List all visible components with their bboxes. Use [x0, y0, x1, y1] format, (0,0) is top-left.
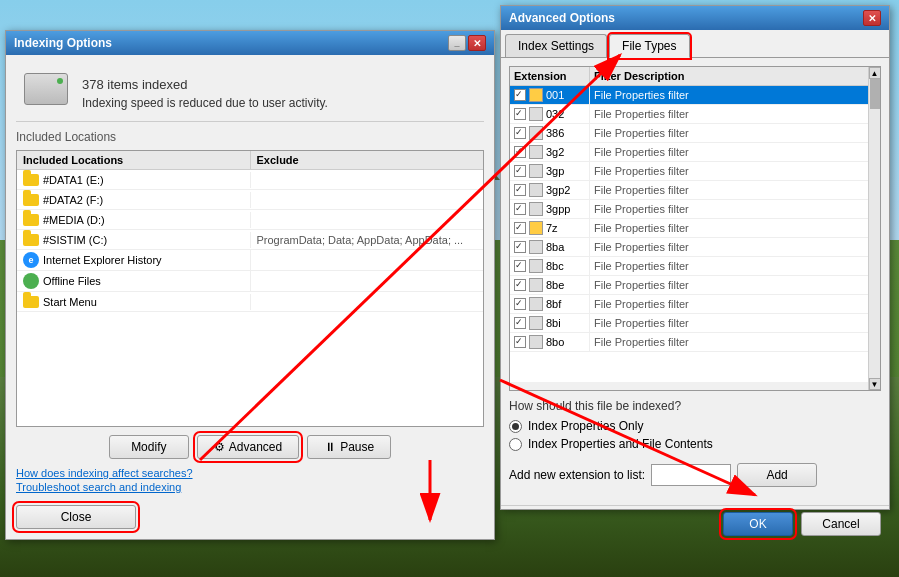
checkbox[interactable]	[514, 127, 526, 139]
file-ext-cell: 8bc	[510, 257, 590, 275]
table-row[interactable]: 001 File Properties filter	[510, 86, 868, 105]
location-name: #SISTIM (C:)	[17, 232, 251, 248]
table-row[interactable]: 8ba File Properties filter	[510, 238, 868, 257]
location-name: #DATA2 (F:)	[17, 192, 251, 208]
indexing-speed-note: Indexing speed is reduced due to user ac…	[82, 96, 328, 110]
extension-input[interactable]	[651, 464, 731, 486]
list-item[interactable]: e Internet Explorer History	[17, 250, 483, 271]
checkbox[interactable]	[514, 298, 526, 310]
location-exclude	[251, 300, 484, 304]
filter-cell: File Properties filter	[590, 182, 868, 198]
drive-icon	[23, 174, 39, 186]
location-name: #DATA1 (E:)	[17, 172, 251, 188]
table-row[interactable]: 3gp2 File Properties filter	[510, 181, 868, 200]
filter-cell: File Properties filter	[590, 315, 868, 331]
close-button[interactable]: Close	[16, 505, 136, 529]
radio-button-properties-only[interactable]	[509, 420, 522, 433]
location-exclude	[251, 198, 484, 202]
hdd-light	[57, 78, 63, 84]
radio-option-contents[interactable]: Index Properties and File Contents	[509, 437, 881, 451]
table-row[interactable]: 8bc File Properties filter	[510, 257, 868, 276]
scrollbar[interactable]: ▲ ▼	[868, 67, 880, 390]
file-icon	[529, 240, 543, 254]
file-icon	[529, 278, 543, 292]
list-item[interactable]: Start Menu	[17, 292, 483, 312]
file-icon	[529, 316, 543, 330]
advanced-close-button[interactable]: ✕	[863, 10, 881, 26]
troubleshoot-link[interactable]: Troubleshoot search and indexing	[16, 481, 484, 493]
modify-button[interactable]: Modify	[109, 435, 189, 459]
filter-cell: File Properties filter	[590, 201, 868, 217]
checkbox[interactable]	[514, 260, 526, 272]
checkbox[interactable]	[514, 336, 526, 348]
index-question-section: How should this file be indexed? Index P…	[509, 399, 881, 455]
table-row[interactable]: 3gp File Properties filter	[510, 162, 868, 181]
locations-section-label: Included Locations	[16, 130, 484, 144]
checkbox[interactable]	[514, 203, 526, 215]
tab-index-settings[interactable]: Index Settings	[505, 34, 607, 57]
file-ext-cell: 8ba	[510, 238, 590, 256]
table-row[interactable]: 8bo File Properties filter	[510, 333, 868, 352]
radio-button-contents[interactable]	[509, 438, 522, 451]
checkbox[interactable]	[514, 222, 526, 234]
checkbox[interactable]	[514, 279, 526, 291]
list-item[interactable]: #MEDIA (D:)	[17, 210, 483, 230]
close-button-area: Close	[16, 495, 484, 529]
location-name: #MEDIA (D:)	[17, 212, 251, 228]
table-row[interactable]: 3gpp File Properties filter	[510, 200, 868, 219]
file-ext-cell: 3g2	[510, 143, 590, 161]
table-row[interactable]: 3g2 File Properties filter	[510, 143, 868, 162]
scroll-thumb[interactable]	[870, 79, 880, 109]
list-item[interactable]: #DATA1 (E:)	[17, 170, 483, 190]
locations-box[interactable]: Included Locations Exclude #DATA1 (E:) #…	[16, 150, 484, 427]
scroll-up-button[interactable]: ▲	[869, 67, 881, 79]
file-icon	[529, 183, 543, 197]
checkbox[interactable]	[514, 165, 526, 177]
file-ext-cell: 7z	[510, 219, 590, 237]
file-ext-cell: 8bi	[510, 314, 590, 332]
ok-button[interactable]: OK	[723, 512, 793, 536]
tab-file-types[interactable]: File Types	[609, 34, 689, 58]
how-indexing-link[interactable]: How does indexing affect searches?	[16, 467, 484, 479]
minimize-button[interactable]: _	[448, 35, 466, 51]
advanced-button[interactable]: ⚙ Advanced	[197, 435, 299, 459]
checkbox[interactable]	[514, 184, 526, 196]
scroll-track[interactable]	[869, 79, 881, 378]
table-row[interactable]: 8bi File Properties filter	[510, 314, 868, 333]
file-icon	[529, 126, 543, 140]
table-row[interactable]: 386 File Properties filter	[510, 124, 868, 143]
list-item[interactable]: Offline Files	[17, 271, 483, 292]
filter-cell: File Properties filter	[590, 258, 868, 274]
add-extension-button[interactable]: Add	[737, 463, 817, 487]
list-item[interactable]: #DATA2 (F:)	[17, 190, 483, 210]
advanced-body: Extension Filter Description 001 File Pr…	[501, 58, 889, 505]
checkbox[interactable]	[514, 89, 526, 101]
checkbox[interactable]	[514, 108, 526, 120]
items-indexed-count: 378 items indexed	[82, 77, 328, 92]
file-icon	[529, 221, 543, 235]
hdd-icon	[24, 73, 72, 113]
file-ext-cell: 001	[510, 86, 590, 104]
table-row[interactable]: 8bf File Properties filter	[510, 295, 868, 314]
cancel-button[interactable]: Cancel	[801, 512, 881, 536]
exclude-col-header: Exclude	[251, 151, 484, 169]
advanced-title-bar: Advanced Options ✕	[501, 6, 889, 30]
filter-cell: File Properties filter	[590, 334, 868, 350]
table-row[interactable]: 032 File Properties filter	[510, 105, 868, 124]
file-icon	[529, 335, 543, 349]
table-row[interactable]: 7z File Properties filter	[510, 219, 868, 238]
pause-button[interactable]: ⏸ Pause	[307, 435, 391, 459]
file-types-table-wrapper[interactable]: Extension Filter Description 001 File Pr…	[509, 66, 881, 391]
checkbox[interactable]	[514, 146, 526, 158]
scroll-down-button[interactable]: ▼	[869, 378, 881, 390]
drive-icon	[23, 194, 39, 206]
table-row[interactable]: 8be File Properties filter	[510, 276, 868, 295]
checkbox[interactable]	[514, 241, 526, 253]
file-types-table[interactable]: Extension Filter Description 001 File Pr…	[510, 67, 868, 382]
radio-option-properties-only[interactable]: Index Properties Only	[509, 419, 881, 433]
list-item[interactable]: #SISTIM (C:) ProgramData; Data; AppData;…	[17, 230, 483, 250]
file-icon	[529, 202, 543, 216]
checkbox[interactable]	[514, 317, 526, 329]
close-window-button[interactable]: ✕	[468, 35, 486, 51]
indexing-title-bar: Indexing Options _ ✕	[6, 31, 494, 55]
